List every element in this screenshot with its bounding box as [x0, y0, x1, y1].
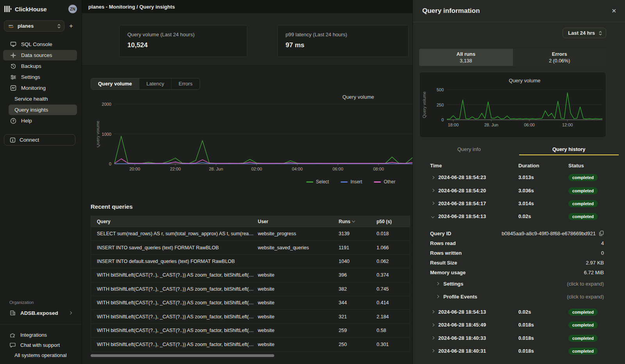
legend-swatch: [306, 181, 313, 183]
sidebar-item-service-health[interactable]: Service health: [3, 94, 77, 104]
chevron-right-icon[interactable]: [431, 202, 434, 205]
chevron-right-icon[interactable]: [431, 176, 434, 179]
column-header-query[interactable]: Query: [91, 219, 258, 224]
table-row[interactable]: WITH bitShiftLeft(CAST(?..), _CAST(?..))…: [91, 310, 410, 323]
history-row[interactable]: 2024-06-28 18:54:173.014scompleted: [419, 197, 619, 210]
tab-query-volume[interactable]: Query volume: [91, 78, 139, 89]
table-row[interactable]: WITH bitShiftLeft(CAST(?..), _CAST(?..))…: [91, 282, 410, 296]
panel-query-volume-chart: Query volumeQuery volume025050018:0028. …: [419, 72, 606, 138]
copy-icon[interactable]: [599, 231, 604, 236]
expandable-label: Profile Events: [443, 294, 477, 300]
sidebar-item-monitoring[interactable]: Monitoring: [3, 83, 77, 93]
table-row[interactable]: SELECT sum(read_rows) AS r, sum(total_ro…: [91, 227, 410, 241]
history-duration-cell: 3.014s: [518, 201, 568, 206]
footer-item-label: Integrations: [20, 332, 47, 338]
sidebar-item-settings[interactable]: Settings: [3, 72, 77, 82]
tab-query-history[interactable]: Query history: [519, 145, 619, 155]
sort-desc-icon: [352, 219, 355, 222]
sidebar-item-data-sources[interactable]: Data sources: [3, 50, 77, 60]
table-cell: website_progress: [258, 231, 339, 236]
sidebar-item-label: Data sources: [21, 52, 52, 58]
query-volume-chart-svg[interactable]: Query volumeQuery volume01000200020:0022…: [97, 92, 412, 173]
service-row: aws planes +: [4, 20, 78, 32]
sidebar-item-label: SQL Console: [21, 41, 52, 47]
tab-errors[interactable]: Errors: [171, 78, 199, 89]
detail-row: Rows written0: [419, 248, 619, 258]
recent-queries-title: Recent queries: [91, 203, 133, 210]
sidebar-item-chat-support[interactable]: Chat with support: [0, 340, 82, 350]
sidebar-item-help[interactable]: ? Help: [3, 115, 77, 126]
table-cell: 0.58: [377, 328, 410, 333]
detail-value: b0845aa9-a8c9-49f0-8f68-e678669bd921: [502, 231, 604, 236]
legend-item-select[interactable]: Select: [306, 179, 329, 185]
chevron-down-icon[interactable]: [431, 215, 434, 218]
table-cell: WITH bitShiftLeft(CAST(?..), _CAST(?..))…: [91, 300, 258, 305]
add-service-button[interactable]: +: [64, 22, 78, 30]
history-row[interactable]: 2024-06-28 18:45:490.018scompleted: [419, 318, 619, 331]
avatar[interactable]: ZN: [68, 5, 77, 13]
query-information-panel: Query information ✕ Last 24 hrs All runs…: [412, 0, 625, 364]
chart-tabs: Query volume Latency Errors: [91, 78, 200, 90]
table-row[interactable]: WITH bitShiftLeft(CAST(?..), _CAST(?..))…: [91, 296, 410, 310]
table-row[interactable]: INSERT INTO default.saved_queries (text)…: [91, 255, 410, 268]
panel-body: Last 24 hrs All runs 3,138 Errors 2 (0.0…: [413, 22, 625, 357]
segment-all-runs[interactable]: All runs 3,138: [419, 49, 513, 66]
chevron-right-icon[interactable]: [431, 323, 434, 326]
table-row[interactable]: WITH bitShiftLeft(CAST(?..), _CAST(?..))…: [91, 324, 410, 337]
table-cell: INSERT INTO saved_queries (text) FORMAT …: [91, 245, 258, 250]
legend-item-other[interactable]: Other: [374, 179, 395, 185]
column-header-p50[interactable]: p50 (s): [377, 219, 410, 224]
history-row[interactable]: 2024-06-28 18:54:130.02scompleted: [419, 305, 619, 318]
history-row[interactable]: 2024-06-28 18:40:330.018scompleted: [419, 331, 619, 344]
sidebar-item-query-insights[interactable]: Query insights: [9, 105, 77, 115]
x-tick-label: 06:00: [524, 123, 535, 127]
column-header-runs[interactable]: Runs: [339, 219, 377, 224]
history-row[interactable]: 2024-06-28 18:54:203.036scompleted: [419, 184, 619, 197]
column-header-user[interactable]: User: [258, 219, 339, 224]
organization-name: ADSB.exposed: [20, 310, 58, 316]
main-content: planes - Monitoring / Query insights Que…: [82, 0, 412, 364]
sidebar-item-system-status[interactable]: All systems operational: [0, 350, 82, 360]
service-selector[interactable]: aws planes: [4, 20, 64, 32]
table-cell: WITH bitShiftLeft(CAST(?..), _CAST(?..))…: [91, 272, 258, 278]
history-row[interactable]: 2024-06-28 18:54:233.013scompleted: [419, 171, 619, 184]
expandable-section-settings[interactable]: Settings(click to expand): [419, 277, 619, 290]
chevron-right-icon[interactable]: [431, 336, 434, 339]
table-cell: 321: [339, 314, 377, 320]
panel-chart-svg[interactable]: Query volumeQuery volume025050018:0028. …: [420, 72, 606, 131]
chevron-right-icon[interactable]: [431, 349, 434, 352]
history-status-cell: completed: [568, 213, 598, 220]
detail-value: 6.72 MiB: [584, 270, 604, 275]
organization-label: Organization: [9, 300, 82, 305]
horizontal-scrollbar[interactable]: [91, 354, 274, 357]
x-tick-label: 02:00: [251, 167, 262, 171]
table-row[interactable]: WITH bitShiftLeft(CAST(?..), _CAST(?..))…: [91, 268, 410, 282]
legend-item-insert[interactable]: Insert: [341, 179, 362, 185]
segment-errors[interactable]: Errors 2 (0.06%): [513, 49, 607, 66]
sidebar-item-sql-console[interactable]: SQL Console: [3, 39, 77, 50]
history-time-cell: 2024-06-28 18:54:23: [432, 174, 518, 180]
chevron-right-icon[interactable]: [431, 310, 434, 313]
stat-label: Query volume (Last 24 hours): [127, 32, 239, 37]
sidebar-item-label: Settings: [21, 74, 40, 80]
brand-name: ClickHouse: [15, 6, 47, 12]
sidebar-item-integrations[interactable]: Integrations: [0, 330, 82, 340]
history-row[interactable]: 2024-06-28 18:54:130.02scompleted: [419, 210, 619, 223]
legend-label: Select: [316, 179, 329, 185]
organization-selector[interactable]: ADSB.exposed: [3, 307, 79, 318]
expandable-section-profile-events[interactable]: Profile Events(click to expand): [419, 290, 619, 303]
time-range-dropdown[interactable]: Last 24 hrs: [562, 28, 606, 38]
column-header-duration: Duration: [518, 163, 568, 169]
history-row[interactable]: 2024-06-28 18:40:310.018scompleted: [419, 344, 619, 357]
chevron-right-icon[interactable]: [431, 189, 434, 192]
data-sources-icon: [10, 52, 16, 59]
table-cell: 1.066: [377, 245, 410, 250]
connect-button[interactable]: Connect: [4, 134, 75, 146]
sidebar-item-backups[interactable]: Backups: [3, 61, 77, 71]
close-icon[interactable]: ✕: [611, 7, 616, 14]
table-row[interactable]: WITH bitShiftLeft(CAST(?..), _CAST(?..))…: [91, 337, 410, 351]
table-row[interactable]: INSERT INTO saved_queries (text) FORMAT …: [91, 241, 410, 254]
history-status-cell: completed: [568, 347, 598, 355]
tab-latency[interactable]: Latency: [139, 78, 172, 89]
tab-query-info[interactable]: Query info: [419, 145, 519, 155]
